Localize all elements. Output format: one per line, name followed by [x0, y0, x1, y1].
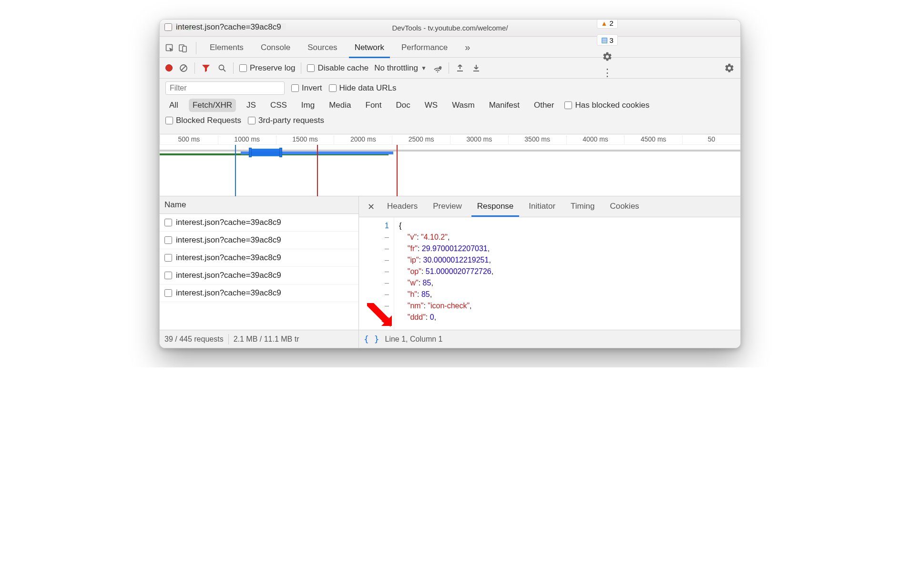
- request-row[interactable]: interest.json?cache=39ac8c9: [160, 232, 358, 249]
- warnings-badge[interactable]: ▲2: [597, 19, 618, 29]
- code-line: "fr": 29.9700012207031,: [399, 243, 493, 254]
- request-name: interest.json?cache=39ac8c9: [176, 218, 281, 227]
- code-line: {: [399, 220, 493, 232]
- inspect-element-icon[interactable]: [164, 43, 175, 53]
- svg-rect-2: [183, 46, 186, 52]
- panel-tabs: ElementsConsoleSourcesNetworkPerformance: [201, 38, 456, 58]
- record-button[interactable]: [165, 64, 173, 71]
- type-filter-media[interactable]: Media: [325, 99, 355, 112]
- pretty-print-button[interactable]: { }: [364, 334, 379, 344]
- code-line: "h": 85,: [399, 289, 493, 300]
- type-filter-css[interactable]: CSS: [266, 99, 291, 112]
- request-row[interactable]: interest.json?cache=39ac8c9: [160, 214, 358, 232]
- request-row[interactable]: interest.json?cache=39ac8c9: [160, 284, 358, 302]
- detail-tab-preview[interactable]: Preview: [425, 197, 469, 217]
- detail-tab-headers[interactable]: Headers: [379, 197, 425, 217]
- hide-data-urls-checkbox[interactable]: Hide data URLs: [329, 83, 397, 93]
- svg-rect-9: [457, 71, 463, 71]
- invert-checkbox[interactable]: Invert: [291, 83, 322, 93]
- filter-icon[interactable]: [201, 63, 211, 73]
- type-filter-ws[interactable]: WS: [421, 99, 441, 112]
- throttling-select[interactable]: No throttling▼: [374, 63, 427, 73]
- gutter-marker[interactable]: –: [359, 277, 389, 289]
- request-list-panel: Name interest.json?cache=39ac8c9interest…: [160, 196, 359, 330]
- panel-tab-network[interactable]: Network: [346, 38, 393, 58]
- request-checkbox[interactable]: [164, 219, 172, 226]
- gutter-marker[interactable]: 1: [359, 220, 389, 232]
- type-filter-other[interactable]: Other: [530, 99, 558, 112]
- disable-cache-checkbox[interactable]: Disable cache: [307, 63, 368, 73]
- filter-input[interactable]: [165, 81, 285, 95]
- warnings-count: 2: [609, 19, 613, 27]
- code-line: "ddd": 0,: [399, 312, 493, 323]
- more-menu-icon[interactable]: ⋮: [602, 68, 613, 78]
- cursor-position: Line 1, Column 1: [385, 335, 443, 344]
- type-filters: AllFetch/XHRJSCSSImgMediaFontDocWSWasmMa…: [165, 99, 735, 112]
- code-line: "v": "4.10.2",: [399, 232, 493, 243]
- clear-button-icon[interactable]: [178, 63, 189, 73]
- request-count: 39 / 445 requests: [164, 335, 224, 344]
- network-conditions-icon[interactable]: [432, 63, 443, 73]
- timeline-tick: 500 ms: [160, 135, 218, 144]
- toggle-device-icon[interactable]: [178, 43, 188, 53]
- gutter-marker[interactable]: –: [359, 254, 389, 266]
- request-row[interactable]: interest.json?cache=39ac8c9: [160, 267, 358, 284]
- response-body[interactable]: 1–––––––– { "v": "4.10.2", "fr": 29.9700…: [359, 217, 740, 330]
- close-detail-button[interactable]: ✕: [363, 202, 379, 212]
- panel-tab-console[interactable]: Console: [252, 38, 299, 58]
- third-party-checkbox[interactable]: 3rd-party requests: [248, 116, 324, 125]
- request-name: interest.json?cache=39ac8c9: [176, 288, 281, 298]
- request-checkbox[interactable]: [164, 289, 172, 297]
- gutter-marker[interactable]: –: [359, 243, 389, 254]
- detail-panel: ✕ HeadersPreviewResponseInitiatorTimingC…: [359, 196, 740, 330]
- code-line: "w": 85,: [399, 277, 493, 289]
- timeline-overview[interactable]: 500 ms1000 ms1500 ms2000 ms2500 ms3000 m…: [160, 134, 740, 196]
- panel-tab-performance[interactable]: Performance: [393, 38, 456, 58]
- panel-tab-sources[interactable]: Sources: [299, 38, 346, 58]
- type-filter-wasm[interactable]: Wasm: [448, 99, 479, 112]
- type-filter-js[interactable]: JS: [243, 99, 260, 112]
- detail-tabs: ✕ HeadersPreviewResponseInitiatorTimingC…: [359, 196, 740, 217]
- detail-tab-cookies[interactable]: Cookies: [602, 197, 646, 217]
- blocked-requests-checkbox[interactable]: Blocked Requests: [165, 116, 241, 125]
- settings-gear-icon[interactable]: [602, 51, 613, 62]
- devtools-window: DevTools - tv.youtube.com/welcome/ Eleme…: [159, 19, 741, 348]
- code-line: "ip": 30.0000012219251,: [399, 254, 493, 266]
- type-filter-img[interactable]: Img: [297, 99, 318, 112]
- main-toolbar: ElementsConsoleSourcesNetworkPerformance…: [160, 37, 740, 58]
- timeline-tick: 1000 ms: [218, 135, 276, 144]
- gutter-marker[interactable]: –: [359, 232, 389, 243]
- messages-badge[interactable]: ▤3: [597, 34, 618, 46]
- timeline-tick: 3000 ms: [450, 135, 508, 144]
- panel-tab-elements[interactable]: Elements: [201, 38, 252, 58]
- detail-tab-initiator[interactable]: Initiator: [521, 197, 563, 217]
- type-filter-font[interactable]: Font: [362, 99, 386, 112]
- search-icon[interactable]: [217, 63, 227, 73]
- type-filter-doc[interactable]: Doc: [392, 99, 414, 112]
- request-checkbox[interactable]: [164, 254, 172, 262]
- has-blocked-cookies-checkbox[interactable]: Has blocked cookies: [564, 101, 649, 110]
- transferred-size: 2.1 MB / 11.1 MB tr: [234, 335, 299, 344]
- detail-tab-timing[interactable]: Timing: [563, 197, 602, 217]
- timeline-tick: 50: [682, 135, 740, 144]
- name-column-header[interactable]: Name: [160, 196, 358, 214]
- svg-rect-10: [473, 71, 479, 71]
- timeline-tick: 2500 ms: [392, 135, 450, 144]
- gutter-marker[interactable]: –: [359, 289, 389, 300]
- gutter-marker[interactable]: –: [359, 266, 389, 277]
- import-har-icon[interactable]: [455, 63, 465, 73]
- request-row[interactable]: interest.json?cache=39ac8c9: [160, 249, 358, 267]
- request-checkbox[interactable]: [164, 272, 172, 279]
- code-line: "op": 51.0000020772726,: [399, 266, 493, 277]
- type-filter-manifest[interactable]: Manifest: [485, 99, 523, 112]
- code-line: "nm": "icon-check",: [399, 300, 493, 312]
- svg-line-6: [224, 69, 226, 71]
- type-filter-fetchxhr[interactable]: Fetch/XHR: [189, 99, 236, 112]
- detail-tab-response[interactable]: Response: [470, 197, 522, 217]
- request-checkbox[interactable]: [164, 236, 172, 244]
- panel-overflow-button[interactable]: »: [456, 37, 479, 59]
- type-filter-all[interactable]: All: [165, 99, 182, 112]
- preserve-log-checkbox[interactable]: Preserve log: [239, 63, 295, 73]
- timeline-tick: 4000 ms: [566, 135, 624, 144]
- timeline-tick: 4500 ms: [624, 135, 682, 144]
